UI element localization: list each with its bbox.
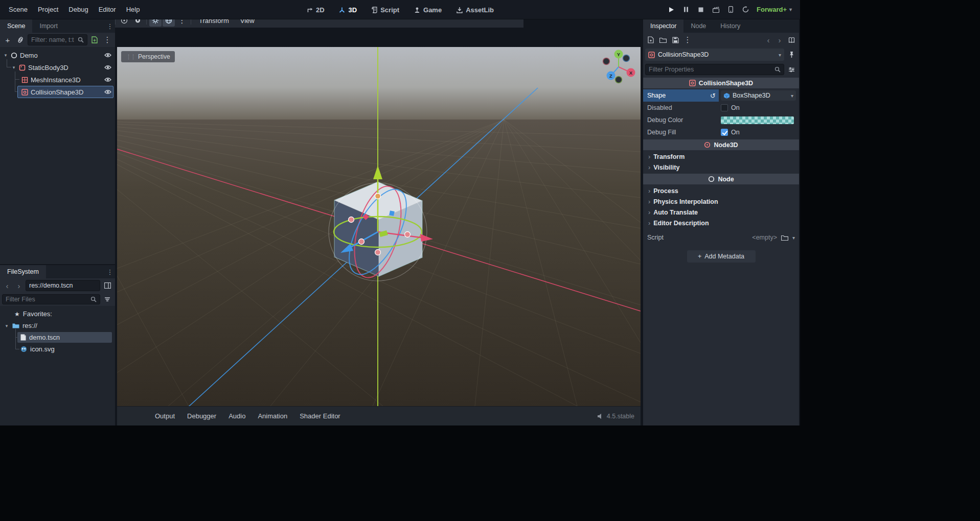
- scene-tree-row-demo[interactable]: ▾ Demo: [0, 49, 115, 61]
- filter-tune-icon[interactable]: [786, 64, 797, 75]
- add-metadata-button[interactable]: + Add Metadata: [687, 250, 756, 263]
- movie-maker-icon[interactable]: [709, 3, 722, 16]
- workspace-script[interactable]: Script: [365, 4, 405, 16]
- tab-history[interactable]: History: [713, 19, 747, 33]
- scene-tree-row-collisionshape[interactable]: CollisionShape3D: [0, 86, 115, 98]
- tab-node[interactable]: Node: [683, 19, 713, 33]
- renderer-selector[interactable]: Forward+ ▾: [754, 4, 795, 15]
- menu-debug[interactable]: Debug: [64, 4, 93, 15]
- shader-editor-panel-button[interactable]: Shader Editor: [293, 407, 347, 425]
- collapse-arrow-icon[interactable]: ▾: [11, 65, 16, 70]
- scene-filter-input[interactable]: [31, 36, 75, 43]
- res-root-row[interactable]: ▾ res://: [0, 320, 115, 331]
- section-transform[interactable]: › Transform: [643, 151, 799, 162]
- visibility-eye-icon[interactable]: [104, 89, 111, 94]
- section-physics-interpolation[interactable]: › Physics Interpolation: [643, 196, 799, 207]
- chevron-down-icon[interactable]: ▾: [792, 235, 795, 241]
- property-filter-input[interactable]: [649, 66, 771, 73]
- file-row-demo-tscn[interactable]: demo.tscn: [0, 331, 115, 343]
- category-label: Node: [718, 176, 734, 183]
- workspace-assetlib[interactable]: AssetLib: [450, 4, 500, 16]
- new-resource-icon[interactable]: [645, 34, 656, 45]
- property-row-debug-color[interactable]: Debug Color: [643, 114, 799, 126]
- section-visibility[interactable]: › Visibility: [643, 162, 799, 173]
- tab-scene[interactable]: Scene: [0, 19, 32, 33]
- tab-import[interactable]: Import: [32, 19, 64, 33]
- checkbox-unchecked[interactable]: [721, 104, 728, 111]
- remote-deploy-icon[interactable]: [724, 3, 737, 16]
- scene-tree-row-meshinstance[interactable]: MeshInstance3D: [0, 74, 115, 86]
- open-docs-icon[interactable]: [786, 34, 797, 45]
- scene-tree-options-icon[interactable]: ⋮: [102, 34, 113, 45]
- edit-back-icon[interactable]: ‹: [763, 34, 773, 45]
- speaker-icon[interactable]: [597, 413, 604, 419]
- section-editor-description[interactable]: › Editor Description: [643, 218, 799, 228]
- add-node-button[interactable]: +: [2, 34, 13, 45]
- section-process[interactable]: › Process: [643, 185, 799, 196]
- audio-panel-button[interactable]: Audio: [222, 407, 252, 425]
- stop-button[interactable]: [694, 3, 708, 16]
- viewport-3d[interactable]: Y X Z ⋮⋮ Perspective: [117, 47, 641, 406]
- revert-icon[interactable]: ↺: [710, 92, 716, 100]
- menu-scene[interactable]: Scene: [4, 4, 32, 15]
- visibility-eye-icon[interactable]: [104, 53, 111, 58]
- debugger-panel-button[interactable]: Debugger: [181, 407, 222, 425]
- dock-options-icon[interactable]: ⋮: [105, 19, 115, 33]
- load-resource-folder-icon[interactable]: [657, 34, 669, 45]
- workspace-2d[interactable]: 2D: [300, 4, 331, 16]
- viewport-canvas[interactable]: Y X Z: [117, 47, 641, 406]
- menu-editor[interactable]: Editor: [94, 4, 121, 15]
- color-swatch[interactable]: [721, 116, 794, 124]
- playback-controls: Forward+ ▾: [665, 3, 800, 16]
- property-row-debug-fill[interactable]: Debug Fill On: [643, 126, 799, 138]
- category-node[interactable]: Node: [643, 174, 799, 184]
- menu-help[interactable]: Help: [122, 4, 145, 15]
- workspace-3d[interactable]: 3D: [333, 4, 363, 16]
- split-mode-icon[interactable]: [102, 280, 113, 291]
- grip-icon: ⋮⋮: [126, 54, 135, 60]
- history-forward-icon[interactable]: ›: [14, 280, 24, 291]
- history-back-icon[interactable]: ‹: [2, 280, 12, 291]
- category-collisionshape3d[interactable]: CollisionShape3D: [643, 78, 799, 88]
- file-filter-input[interactable]: [6, 296, 87, 303]
- current-path-input[interactable]: [29, 282, 97, 289]
- play-button[interactable]: [665, 3, 678, 16]
- chevron-right-icon: ›: [648, 153, 650, 160]
- animation-panel-button[interactable]: Animation: [252, 407, 293, 425]
- save-icon[interactable]: [670, 34, 681, 45]
- resource-options-icon[interactable]: ⋮: [682, 34, 693, 45]
- collisionshape3d-icon: [689, 80, 696, 86]
- reload-icon[interactable]: [739, 3, 752, 16]
- collapse-arrow-icon[interactable]: ▾: [4, 323, 9, 328]
- sort-files-icon[interactable]: [102, 294, 113, 305]
- output-panel-button[interactable]: Output: [149, 407, 181, 425]
- perspective-menu[interactable]: ⋮⋮ Perspective: [121, 51, 175, 62]
- menu-project[interactable]: Project: [33, 4, 63, 15]
- visibility-eye-icon[interactable]: [104, 65, 111, 70]
- edited-object-dropdown[interactable]: CollisionShape3D ▾: [645, 49, 784, 61]
- script-property-row[interactable]: Script <empty> ▾: [643, 231, 799, 244]
- category-node3d[interactable]: Node3D: [643, 139, 799, 150]
- visibility-eye-icon[interactable]: [104, 77, 111, 82]
- instance-scene-icon[interactable]: [15, 34, 26, 45]
- add-metadata-label: Add Metadata: [704, 253, 744, 260]
- file-row-icon-svg[interactable]: icon.svg: [0, 343, 115, 355]
- pause-button[interactable]: [679, 3, 693, 16]
- tab-inspector[interactable]: Inspector: [643, 19, 683, 33]
- attach-script-icon[interactable]: [89, 34, 100, 45]
- pin-icon[interactable]: [786, 49, 797, 60]
- folder-icon[interactable]: [781, 235, 788, 241]
- checkbox-checked[interactable]: [721, 129, 728, 136]
- tab-filesystem[interactable]: FileSystem: [0, 265, 46, 278]
- shape-resource-dropdown[interactable]: BoxShape3D ▾: [721, 90, 796, 101]
- section-auto-translate[interactable]: › Auto Translate: [643, 207, 799, 218]
- property-row-disabled[interactable]: Disabled On: [643, 102, 799, 114]
- workspace-game[interactable]: Game: [407, 4, 448, 16]
- res-root-label: res://: [22, 322, 37, 329]
- favorites-row[interactable]: ★ Favorites:: [0, 308, 115, 320]
- edit-forward-icon[interactable]: ›: [774, 34, 785, 45]
- dock-options-icon[interactable]: ⋮: [105, 265, 115, 278]
- collapse-arrow-icon[interactable]: ▾: [3, 53, 8, 58]
- property-row-shape[interactable]: Shape ↺ BoxShape3D ▾: [643, 89, 799, 102]
- scene-tree-row-staticbody[interactable]: ▾ StaticBody3D: [0, 61, 115, 74]
